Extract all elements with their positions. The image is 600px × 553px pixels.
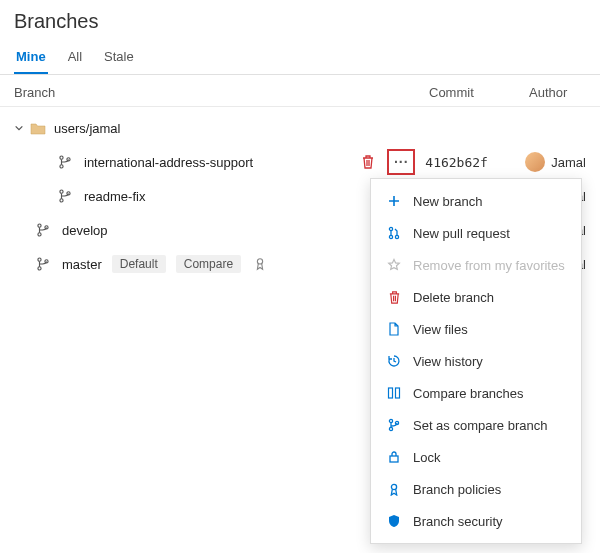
policy-badge-icon	[253, 257, 269, 271]
chevron-down-icon[interactable]	[14, 123, 28, 133]
menu-lock[interactable]: Lock	[371, 441, 581, 473]
menu-view-files[interactable]: View files	[371, 313, 581, 345]
menu-new-pr[interactable]: New pull request	[371, 217, 581, 249]
column-headers: Branch Commit Author	[0, 75, 600, 107]
menu-label: View history	[413, 354, 483, 369]
svg-point-9	[38, 258, 41, 261]
column-branch: Branch	[14, 85, 429, 100]
menu-label: New pull request	[413, 226, 510, 241]
branch-name: readme-fix	[84, 189, 145, 204]
plus-icon	[385, 194, 403, 208]
tab-stale[interactable]: Stale	[102, 45, 136, 74]
folder-name: users/jamal	[54, 121, 120, 136]
menu-label: Branch policies	[413, 482, 501, 497]
author-name: Jamal	[551, 155, 586, 170]
svg-point-13	[389, 227, 392, 230]
svg-rect-17	[396, 388, 400, 398]
star-outline-icon	[385, 258, 403, 272]
pull-request-icon	[385, 226, 403, 240]
branch-context-menu: New branch New pull request Remove from …	[370, 178, 582, 544]
trash-icon	[385, 290, 403, 305]
menu-branch-security[interactable]: Branch security	[371, 505, 581, 537]
svg-point-3	[60, 190, 63, 193]
branch-row-intl[interactable]: international-address-support ··· 4162b6…	[0, 145, 600, 179]
column-commit: Commit	[429, 85, 529, 100]
folder-row[interactable]: users/jamal	[0, 111, 600, 145]
menu-label: Set as compare branch	[413, 418, 547, 433]
svg-point-22	[391, 484, 396, 489]
menu-label: Compare branches	[413, 386, 524, 401]
column-author: Author	[529, 85, 586, 100]
menu-label: Delete branch	[413, 290, 494, 305]
svg-point-14	[389, 235, 392, 238]
svg-point-4	[60, 199, 63, 202]
menu-view-history[interactable]: View history	[371, 345, 581, 377]
svg-point-15	[395, 235, 398, 238]
history-icon	[385, 354, 403, 368]
branch-icon	[36, 223, 54, 237]
page-title: Branches	[0, 0, 600, 39]
menu-remove-favorite: Remove from my favorites	[371, 249, 581, 281]
tag-default: Default	[112, 255, 166, 273]
avatar	[525, 152, 545, 172]
menu-label: New branch	[413, 194, 482, 209]
branch-name: develop	[62, 223, 108, 238]
branch-icon	[58, 155, 76, 169]
shield-icon	[385, 514, 403, 528]
tab-mine[interactable]: Mine	[14, 45, 48, 74]
folder-icon	[30, 121, 48, 135]
svg-point-12	[258, 259, 263, 264]
menu-label: Lock	[413, 450, 440, 465]
compare-icon	[385, 386, 403, 400]
ellipsis-icon: ···	[394, 155, 409, 169]
menu-new-branch[interactable]: New branch	[371, 185, 581, 217]
svg-point-10	[38, 267, 41, 270]
more-button[interactable]: ···	[387, 149, 415, 175]
file-icon	[385, 322, 403, 336]
tab-all[interactable]: All	[66, 45, 84, 74]
svg-point-6	[38, 224, 41, 227]
svg-point-18	[389, 419, 392, 422]
svg-point-1	[60, 165, 63, 168]
menu-set-compare[interactable]: Set as compare branch	[371, 409, 581, 441]
menu-branch-policies[interactable]: Branch policies	[371, 473, 581, 505]
branch-icon	[58, 189, 76, 203]
menu-label: Branch security	[413, 514, 503, 529]
svg-rect-21	[390, 456, 398, 462]
menu-label: View files	[413, 322, 468, 337]
svg-point-7	[38, 233, 41, 236]
branch-name: international-address-support	[84, 155, 253, 170]
branch-name: master	[62, 257, 102, 272]
menu-compare-branches[interactable]: Compare branches	[371, 377, 581, 409]
tabs-bar: Mine All Stale	[0, 39, 600, 75]
delete-icon[interactable]	[361, 154, 377, 170]
lock-icon	[385, 450, 403, 464]
branch-icon	[36, 257, 54, 271]
svg-point-19	[389, 427, 392, 430]
svg-point-0	[60, 156, 63, 159]
tag-compare: Compare	[176, 255, 241, 273]
commit-hash[interactable]: 4162b62f	[425, 155, 525, 170]
menu-label: Remove from my favorites	[413, 258, 565, 273]
branch-icon	[385, 418, 403, 432]
svg-rect-16	[389, 388, 393, 398]
menu-delete-branch[interactable]: Delete branch	[371, 281, 581, 313]
policy-badge-icon	[385, 482, 403, 496]
